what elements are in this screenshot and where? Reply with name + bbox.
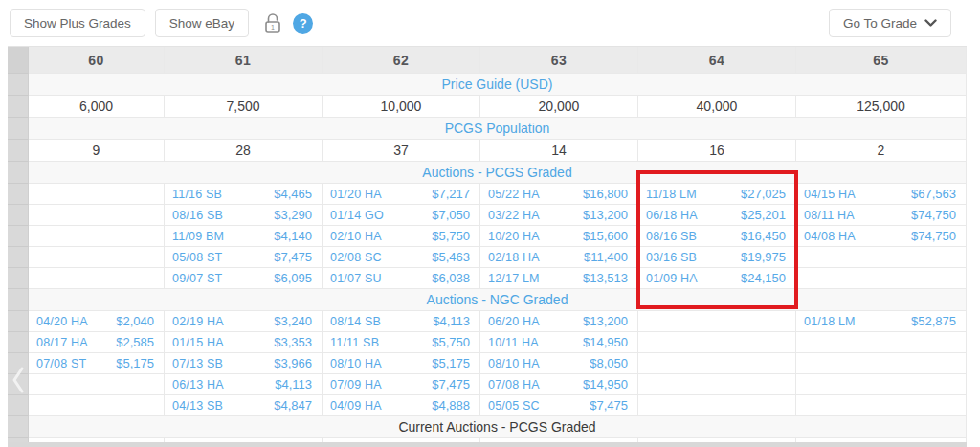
auction-price: $6,038 <box>432 271 470 285</box>
auction-price: $6,095 <box>274 271 312 285</box>
auction-price: $16,800 <box>583 187 628 201</box>
auction-cell[interactable]: 10/11 HA$14,950 <box>480 332 638 353</box>
auction-cell[interactable]: 04/15 HA$67,563 <box>796 184 967 205</box>
grade-header-cell: 65 <box>796 47 967 74</box>
auction-price: $7,475 <box>590 398 628 413</box>
auction-cell[interactable]: 04/09 HA$4,888 <box>323 395 480 416</box>
table-row: 06/13 HA$4,11307/09 HA$7,47507/08 HA$14,… <box>8 374 967 395</box>
auction-cell[interactable]: 03/22 HA$13,200 <box>480 205 638 226</box>
table-row: 04/13 SB$4,84704/09 HA$4,88805/05 SC$7,4… <box>8 395 967 416</box>
section-header-label: Auctions - PCGS Graded <box>29 162 967 184</box>
auction-cell[interactable]: 07/08 ST$5,175 <box>29 353 165 374</box>
auction-cell[interactable]: 07/09 HA$7,475 <box>323 374 480 395</box>
auction-cell[interactable]: 10/20 HA$15,600 <box>480 226 638 247</box>
auction-cell[interactable]: 02/10 HA$5,750 <box>323 226 480 247</box>
table-row: 09/07 ST$6,09501/07 SU$6,03812/17 LM$13,… <box>8 268 967 289</box>
table-row: 11/16 SB$4,46501/20 HA$7,21705/22 HA$16,… <box>8 184 967 205</box>
auction-cell[interactable]: 04/20 HA$2,040 <box>29 311 165 332</box>
auction-cell[interactable]: 11/18 LM$27,025 <box>638 184 796 205</box>
auction-price: $4,113 <box>275 377 312 391</box>
scroll-left-button[interactable] <box>8 363 29 401</box>
table-row: 9283714162 <box>8 140 967 162</box>
auction-price: $24,150 <box>741 271 786 285</box>
auction-cell[interactable]: 08/14 SB$4,113 <box>323 311 480 332</box>
auction-cell[interactable]: 02/08 SC$5,463 <box>323 247 480 268</box>
auction-cell[interactable]: 01/07 SU$6,038 <box>323 268 480 289</box>
auction-price: $52,875 <box>911 314 956 328</box>
auction-price: $11,400 <box>584 250 628 264</box>
auction-cell <box>29 268 165 289</box>
auction-cell[interactable]: 04/13 SB$4,847 <box>165 395 323 416</box>
auction-date: 01/15 HA <box>172 336 224 349</box>
auction-cell[interactable]: 01/14 GO$7,050 <box>323 205 480 226</box>
auction-cell[interactable]: 08/11 HA$74,750 <box>796 205 967 226</box>
auction-cell[interactable]: 11/11 SB$5,750 <box>323 332 480 353</box>
auction-cell[interactable]: 05/22 HA$16,800 <box>480 184 638 205</box>
auction-cell[interactable]: 08/17 HA$2,585 <box>29 332 165 353</box>
auction-price: $74,750 <box>911 229 956 243</box>
gutter-cell <box>8 416 29 438</box>
auction-cell[interactable]: 06/20 HA$13,200 <box>480 311 638 332</box>
auction-price: $4,847 <box>274 398 312 413</box>
auction-price: $5,750 <box>432 335 470 349</box>
auction-date: 04/09 HA <box>330 399 382 413</box>
help-icon[interactable]: ? <box>293 13 313 34</box>
auction-cell <box>29 226 165 247</box>
gutter-cell <box>8 118 29 140</box>
auction-cell[interactable]: 08/16 SB$16,450 <box>638 226 796 247</box>
auction-price: $7,050 <box>432 208 470 222</box>
value-cell: 28 <box>165 140 323 162</box>
auction-cell[interactable]: 12/17 LM$13,513 <box>480 268 638 289</box>
grade-header-cell: 63 <box>480 47 638 74</box>
gutter-cell <box>8 311 29 332</box>
auction-cell[interactable]: 07/08 HA$14,950 <box>480 374 638 395</box>
auction-cell[interactable]: 08/10 HA$5,175 <box>323 353 480 374</box>
auction-cell[interactable]: 01/15 HA$3,353 <box>165 332 323 353</box>
auction-cell[interactable]: 06/13 HA$4,113 <box>165 374 323 395</box>
auction-cell[interactable]: 08/10 HA$8,050 <box>480 353 638 374</box>
value-cell: 14 <box>480 140 638 162</box>
auction-date: 01/20 HA <box>330 188 382 201</box>
auction-cell <box>638 374 796 395</box>
auction-cell[interactable]: 03/16 SB$19,975 <box>638 247 796 268</box>
auction-cell <box>638 311 796 332</box>
auction-cell[interactable]: 02/18 HA$11,400 <box>480 247 638 268</box>
auction-date: 12/17 LM <box>488 272 540 285</box>
auction-cell[interactable]: 06/18 HA$25,201 <box>638 205 796 226</box>
auction-price: $15,600 <box>583 229 628 243</box>
auction-cell[interactable]: 05/05 SC$7,475 <box>480 395 638 416</box>
auction-cell[interactable]: 01/18 LM$52,875 <box>796 311 967 332</box>
section-header-label: PCGS Population <box>29 118 967 140</box>
show-plus-grades-button[interactable]: Show Plus Grades <box>10 9 145 37</box>
auction-cell[interactable]: 11/09 BM$4,140 <box>165 226 323 247</box>
auction-price: $5,750 <box>432 229 470 243</box>
auction-date: 06/13 HA <box>172 378 224 391</box>
auction-price: $5,175 <box>116 356 154 370</box>
auction-price: $5,175 <box>432 356 470 370</box>
auction-cell[interactable]: 08/16 SB$3,290 <box>165 205 323 226</box>
auction-price: $7,475 <box>432 377 470 391</box>
auction-date: 02/19 HA <box>172 315 224 328</box>
horizontal-scrollbar[interactable] <box>8 442 967 447</box>
open-lock-icon[interactable]: 1 <box>262 11 283 34</box>
auction-cell[interactable]: 07/13 SB$3,966 <box>165 353 323 374</box>
auction-cell[interactable]: 05/08 ST$7,475 <box>165 247 323 268</box>
show-ebay-button[interactable]: Show eBay <box>155 9 249 37</box>
grade-header-cell: 60 <box>29 47 165 74</box>
auction-cell[interactable]: 01/09 HA$24,150 <box>638 268 796 289</box>
auction-price: $3,353 <box>274 335 312 349</box>
auction-cell[interactable]: 02/19 HA$3,240 <box>165 311 323 332</box>
auction-date: 11/16 SB <box>172 188 222 201</box>
auction-date: 11/18 LM <box>646 188 697 201</box>
auction-cell[interactable]: 11/16 SB$4,465 <box>165 184 323 205</box>
auction-date: 08/10 HA <box>330 357 382 370</box>
auction-cell[interactable]: 01/20 HA$7,217 <box>323 184 480 205</box>
auction-price: $25,201 <box>741 208 786 222</box>
auction-cell[interactable]: 04/08 HA$74,750 <box>796 226 967 247</box>
go-to-grade-dropdown[interactable]: Go To Grade <box>829 9 951 37</box>
auction-cell[interactable]: 09/07 ST$6,095 <box>165 268 323 289</box>
auction-price: $4,888 <box>432 398 470 413</box>
auction-cell <box>29 395 165 416</box>
auction-date: 02/10 HA <box>330 230 382 243</box>
auction-price: $7,475 <box>274 250 312 264</box>
